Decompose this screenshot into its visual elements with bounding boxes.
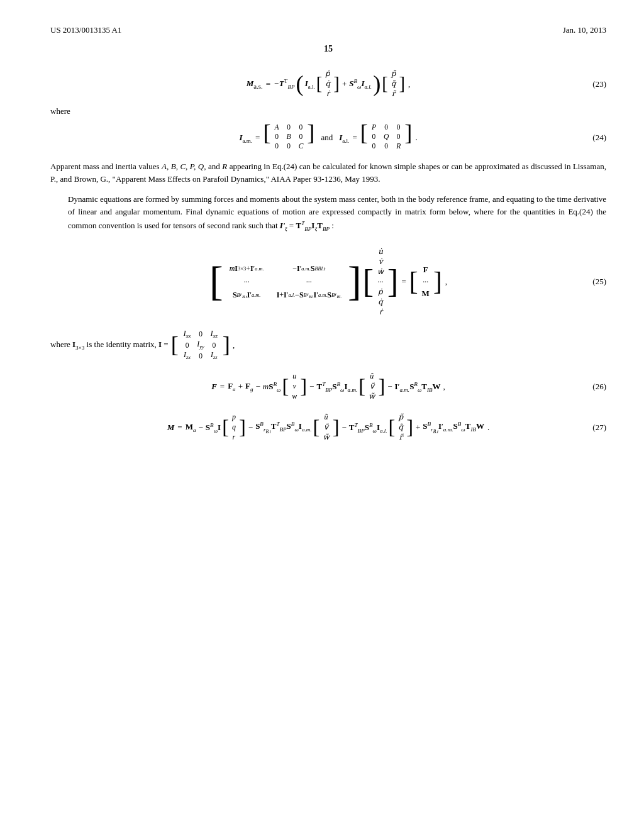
- equation-27: M = Ma − SBωI [ p q r ] − SBrB.tTTBPSBωI…: [50, 411, 606, 443]
- page: US 2013/0013135 A1 Jan. 10, 2013 15 Ma.s…: [0, 0, 644, 830]
- where-label-1: where: [50, 106, 606, 116]
- equation-24: Ia.m. = [ A 0 0 0 B 0 0 0 C ] and Ia.l. …: [50, 121, 606, 152]
- and-text: and: [321, 133, 333, 143]
- equation-25: [ mI3×3+I′a.m. −I′a.m.SBBl.t ··· ··· SBr…: [50, 246, 606, 318]
- equation-23: Ma.s. = −TTBP ( Ia.l. [ ṗ q̇ ṙ ] + SBωIa…: [50, 68, 606, 100]
- eq24-number: (24): [592, 133, 606, 143]
- paragraph-1: Apparent mass and inertia values A, B, C…: [50, 160, 606, 185]
- page-number: 15: [50, 44, 606, 54]
- paragraph-2: Dynamic equations are formed by summing …: [68, 193, 606, 233]
- eq25-number: (25): [592, 277, 606, 287]
- equation-26: F = Fa + Fg − mSBω [ u v w ] − TTBPSBωIa…: [50, 370, 606, 402]
- header-right: Jan. 10, 2013: [563, 25, 606, 35]
- eq23-number: (23): [592, 79, 606, 89]
- header-left: US 2013/0013135 A1: [50, 25, 121, 35]
- eq26-number: (26): [592, 382, 606, 392]
- page-header: US 2013/0013135 A1 Jan. 10, 2013: [50, 25, 606, 35]
- eq27-number: (27): [592, 423, 606, 433]
- identity-matrix-line: where I3×3 is the identity matrix, I = […: [50, 328, 606, 362]
